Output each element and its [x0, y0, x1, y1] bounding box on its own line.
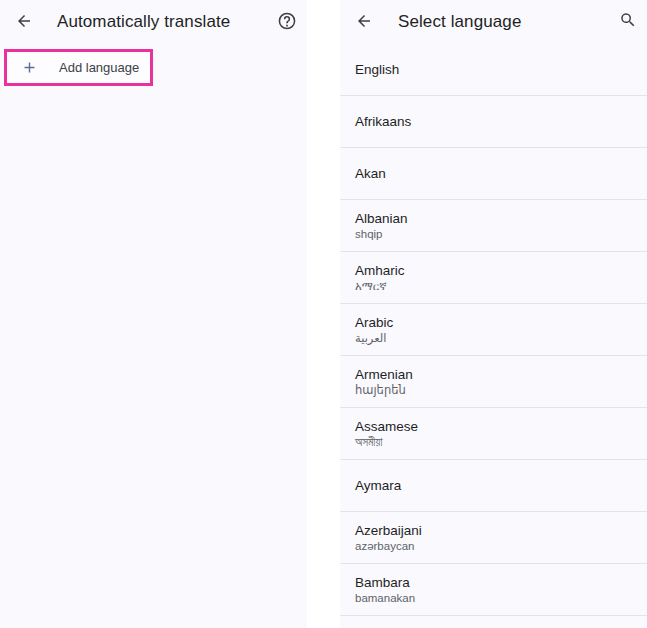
- language-name: English: [355, 61, 632, 78]
- language-native-name: العربية: [355, 331, 632, 346]
- search-icon: [619, 11, 637, 32]
- language-row[interactable]: Akan: [340, 148, 647, 200]
- language-row[interactable]: Bambara bamanakan: [340, 564, 647, 616]
- language-row[interactable]: Afrikaans: [340, 96, 647, 148]
- language-native-name: shqip: [355, 227, 632, 242]
- back-button[interactable]: [354, 12, 374, 32]
- back-button[interactable]: [14, 12, 34, 32]
- language-name: Albanian: [355, 210, 632, 227]
- language-row[interactable]: Amharic አማርኛ: [340, 252, 647, 304]
- arrow-left-icon: [355, 12, 373, 33]
- language-row[interactable]: Albanian shqip: [340, 200, 647, 252]
- language-name: Afrikaans: [355, 113, 632, 130]
- language-name: Arabic: [355, 314, 632, 331]
- page-title: Automatically translate: [57, 12, 230, 32]
- select-language-panel: Select language English Afrikaans Akan A…: [340, 0, 647, 628]
- annotation-highlight-box: Add language: [4, 49, 153, 86]
- language-row[interactable]: Azerbaijani azərbaycan: [340, 512, 647, 564]
- language-name: Armenian: [355, 366, 632, 383]
- language-row[interactable]: English: [340, 44, 647, 96]
- language-name: Amharic: [355, 262, 632, 279]
- language-row[interactable]: Arabic العربية: [340, 304, 647, 356]
- help-icon: [277, 11, 297, 34]
- language-name: Assamese: [355, 418, 632, 435]
- language-name: Azerbaijani: [355, 522, 632, 539]
- page-title: Select language: [398, 12, 521, 32]
- language-native-name: bamanakan: [355, 591, 632, 606]
- auto-translate-panel: Automatically translate Add language: [0, 0, 307, 628]
- help-button[interactable]: [277, 12, 297, 32]
- language-row[interactable]: Armenian հայերեն: [340, 356, 647, 408]
- auto-translate-header: Automatically translate: [0, 0, 307, 44]
- language-native-name: հայերեն: [355, 383, 632, 398]
- language-name: Akan: [355, 165, 632, 182]
- language-row[interactable]: Assamese অসমীয়া: [340, 408, 647, 460]
- language-name: Aymara: [355, 477, 632, 494]
- arrow-left-icon: [15, 12, 33, 33]
- select-language-header: Select language: [340, 0, 647, 44]
- add-language-label: Add language: [59, 60, 139, 75]
- language-list: English Afrikaans Akan Albanian shqip Am…: [340, 44, 647, 628]
- language-name: Bambara: [355, 574, 632, 591]
- language-row[interactable]: Aymara: [340, 460, 647, 512]
- add-language-button[interactable]: Add language: [7, 52, 150, 83]
- language-native-name: አማርኛ: [355, 279, 632, 294]
- language-native-name: azərbaycan: [355, 539, 632, 554]
- language-native-name: অসমীয়া: [355, 435, 632, 450]
- plus-icon: [21, 59, 38, 76]
- language-row[interactable]: Bangla: [340, 616, 647, 628]
- search-button[interactable]: [618, 12, 637, 31]
